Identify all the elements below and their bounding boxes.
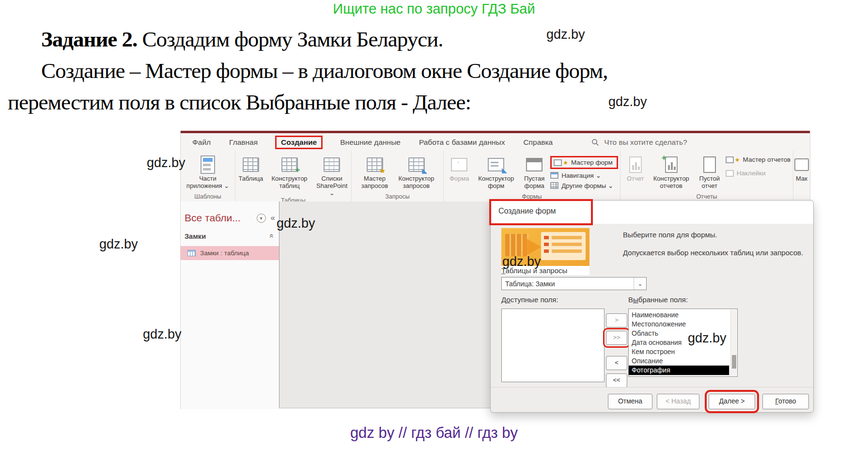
combobox-dropdown-icon[interactable]: ⌄ <box>634 278 646 290</box>
form-design-icon: ◣ <box>488 158 504 171</box>
macro-button[interactable]: Мак <box>793 153 810 182</box>
tab-home[interactable]: Главная <box>228 137 259 148</box>
ribbon: Части приложения ⌄ Шаблоны Таблица + Кон… <box>181 151 810 201</box>
report-wizard-button[interactable]: ★ Мастер отчетов <box>726 156 790 163</box>
ribbon-group-macros: Мак <box>793 151 810 201</box>
form-button: Форма <box>446 153 473 182</box>
available-fields-label: Доступные поля: <box>501 295 558 304</box>
nav-group-header[interactable]: Замки <box>185 232 206 240</box>
footer-text: gdz by // гдз бай // гдз by <box>0 424 868 442</box>
report-icon <box>629 156 642 173</box>
remove-field-button[interactable]: < <box>606 356 627 370</box>
navigation-button[interactable]: Навигация ⌄ <box>550 171 618 179</box>
list-item-selected[interactable]: Фотография <box>629 366 729 375</box>
table-design-button[interactable]: + Конструктор таблиц <box>267 153 312 189</box>
report-wizard-icon <box>726 156 734 163</box>
blank-form-label: Пустая форма <box>519 175 549 189</box>
search-placeholder: Что вы хотите сделать? <box>604 138 687 147</box>
add-field-button[interactable]: > <box>606 313 627 327</box>
list-item[interactable]: Местоположение <box>629 320 729 329</box>
report-design-button[interactable]: + Конструктор отчетов <box>649 153 694 189</box>
reports-stack: ★ Мастер отчетов Наклейки <box>726 153 790 177</box>
list-item[interactable]: Описание <box>629 356 729 366</box>
table-design-label: Конструктор таблиц <box>268 175 311 189</box>
sharepoint-lists-icon <box>324 157 340 172</box>
collapse-group-icon[interactable]: « <box>268 234 277 238</box>
tables-queries-combobox[interactable]: Таблица: Замки ⌄ <box>501 277 647 290</box>
tell-me-search[interactable]: Что вы хотите сделать? <box>591 138 687 147</box>
query-wizard-label: Мастер запросов <box>357 175 392 189</box>
form-label: Форма <box>450 175 469 182</box>
mnemonic: ы <box>633 295 638 304</box>
table-icon <box>243 157 259 172</box>
form-wizard-label: Мастер форм <box>571 159 613 166</box>
setsquare-badge-icon: ◣ <box>422 168 427 174</box>
task-line-2: Создание – Мастер формы – в диалоговом о… <box>41 58 608 83</box>
window-top-border <box>181 131 810 133</box>
report-design-icon: + <box>665 156 678 173</box>
list-item[interactable]: Наименование <box>629 310 729 320</box>
nav-pane-title[interactable]: Все табли... <box>185 212 241 224</box>
setsquare-badge-icon: ◣ <box>502 167 507 173</box>
watermark-gdz: gdz.by <box>608 94 647 109</box>
scrollbar[interactable] <box>730 310 737 376</box>
available-fields-listbox[interactable] <box>501 309 604 382</box>
navigation-pane: Все табли... ▾ « Замки « Замки : таблица <box>181 201 279 409</box>
plus-badge-icon: + <box>295 166 300 174</box>
blank-form-button[interactable]: Пустая форма <box>519 153 549 189</box>
watermark-gdz: gdz.by <box>147 155 186 170</box>
nav-item-zamki-table[interactable]: Замки : таблица <box>181 246 279 260</box>
forms-stack: ★ Мастер форм Навигация ⌄ Другие формы ⌄ <box>550 153 618 189</box>
form-wizard-button[interactable]: ★ Мастер форм <box>550 156 618 169</box>
table-button[interactable]: Таблица <box>235 153 266 182</box>
group-label-queries: Запросы <box>352 193 443 201</box>
ribbon-tab-bar: Файл Главная Создание Внешние данные Раб… <box>181 134 810 151</box>
search-icon <box>591 139 599 146</box>
query-wizard-button[interactable]: ★ Мастер запросов <box>356 153 393 189</box>
dialog-separator <box>491 387 813 387</box>
application-parts-button[interactable]: Части приложения ⌄ <box>184 153 232 189</box>
query-wizard-icon: ★ <box>367 157 383 172</box>
sharepoint-lists-button[interactable]: Списки SharePoint ⌄ <box>312 153 351 197</box>
application-parts-icon <box>201 155 215 174</box>
tab-external-data[interactable]: Внешние данные <box>339 137 402 148</box>
shutter-close-icon[interactable]: « <box>271 213 275 223</box>
blank-form-icon <box>526 158 542 171</box>
dialog-hint-2: Допускается выбор нескольких таблиц или … <box>623 248 803 257</box>
nav-pane-controls: ▾ « <box>257 213 275 223</box>
task-line-3: переместим поля в список Выбранные поля … <box>8 90 471 115</box>
query-design-button[interactable]: ◣ Конструктор запросов <box>394 153 439 189</box>
nav-menu-icon[interactable]: ▾ <box>257 214 266 223</box>
labels-label: Наклейки <box>737 170 766 177</box>
watermark-gdz: gdz.by <box>99 237 138 252</box>
watermark-gdz: gdz.by <box>502 254 541 269</box>
cancel-button[interactable]: Отмена <box>608 394 652 409</box>
report-design-label: Конструктор отчетов <box>650 175 693 189</box>
form-icon <box>451 158 467 171</box>
form-design-button[interactable]: ◣ Конструктор форм <box>474 153 518 189</box>
more-forms-label: Другие формы ⌄ <box>561 182 613 189</box>
tab-help[interactable]: Справка <box>522 137 554 148</box>
navigation-label: Навигация ⌄ <box>561 171 601 179</box>
add-all-fields-button[interactable]: >> <box>606 331 627 345</box>
banner-text: Ищите нас по запросу ГДЗ Бай <box>0 1 868 17</box>
finish-button[interactable]: Готово <box>762 394 809 409</box>
report-label: Отчет <box>627 175 644 182</box>
next-button[interactable]: Далее > <box>709 394 755 409</box>
macro-label: Мак <box>796 175 807 182</box>
tab-database-tools[interactable]: Работа с базами данных <box>418 137 506 148</box>
remove-all-fields-button[interactable]: << <box>606 373 627 387</box>
plus-badge-icon: + <box>662 154 666 162</box>
table-label: Таблица <box>238 175 263 182</box>
blank-report-button[interactable]: Пустой отчет <box>695 153 725 189</box>
scrollbar-thumb[interactable] <box>732 355 736 369</box>
ribbon-group-queries: ★ Мастер запросов ◣ Конструктор запросов… <box>352 151 444 201</box>
tab-file[interactable]: Файл <box>191 137 212 148</box>
label-pre: В <box>628 295 633 304</box>
ribbon-group-forms: Форма ◣ Конструктор форм Пустая форма ★ … <box>444 151 620 201</box>
more-forms-button[interactable]: Другие формы ⌄ <box>550 182 618 189</box>
list-item[interactable]: Кем построен <box>629 347 729 356</box>
dialog-hint-1: Выберите поля для формы. <box>623 231 717 239</box>
ribbon-group-tables: Таблица + Конструктор таблиц Списки Shar… <box>235 151 352 201</box>
tab-create[interactable]: Создание <box>275 136 323 149</box>
